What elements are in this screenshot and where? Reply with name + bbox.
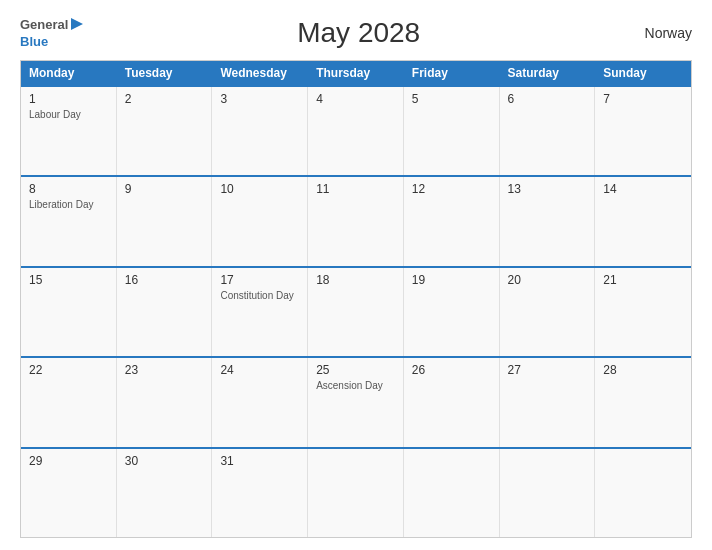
day-number: 14	[603, 182, 683, 196]
day-cell-3-7: 21	[595, 268, 691, 356]
day-number: 21	[603, 273, 683, 287]
day-number: 12	[412, 182, 491, 196]
country-label: Norway	[632, 25, 692, 41]
day-number: 8	[29, 182, 108, 196]
day-number: 3	[220, 92, 299, 106]
day-cell-4-5: 26	[404, 358, 500, 446]
day-number: 27	[508, 363, 587, 377]
day-event: Constitution Day	[220, 289, 299, 302]
calendar-grid: Monday Tuesday Wednesday Thursday Friday…	[20, 60, 692, 538]
day-number: 2	[125, 92, 204, 106]
day-cell-3-3: 17Constitution Day	[212, 268, 308, 356]
day-number: 11	[316, 182, 395, 196]
day-cell-5-6	[500, 449, 596, 537]
day-number: 25	[316, 363, 395, 377]
day-event: Ascension Day	[316, 379, 395, 392]
day-number: 15	[29, 273, 108, 287]
day-cell-1-2: 2	[117, 87, 213, 175]
day-number: 26	[412, 363, 491, 377]
header-friday: Friday	[404, 61, 500, 85]
day-cell-4-6: 27	[500, 358, 596, 446]
day-number: 20	[508, 273, 587, 287]
header-tuesday: Tuesday	[117, 61, 213, 85]
day-cell-4-3: 24	[212, 358, 308, 446]
day-number: 29	[29, 454, 108, 468]
day-number: 22	[29, 363, 108, 377]
day-number: 19	[412, 273, 491, 287]
day-cell-1-7: 7	[595, 87, 691, 175]
day-number: 1	[29, 92, 108, 106]
day-number: 9	[125, 182, 204, 196]
logo: General Blue	[20, 16, 85, 50]
day-cell-3-4: 18	[308, 268, 404, 356]
day-number: 5	[412, 92, 491, 106]
week-5: 293031	[21, 447, 691, 537]
logo-flag-icon	[69, 16, 85, 32]
day-number: 24	[220, 363, 299, 377]
svg-marker-0	[71, 18, 83, 30]
header-sunday: Sunday	[595, 61, 691, 85]
day-cell-5-4	[308, 449, 404, 537]
day-number: 31	[220, 454, 299, 468]
day-cell-5-7	[595, 449, 691, 537]
header-monday: Monday	[21, 61, 117, 85]
header-saturday: Saturday	[500, 61, 596, 85]
day-cell-2-3: 10	[212, 177, 308, 265]
day-event: Labour Day	[29, 108, 108, 121]
week-1: 1Labour Day234567	[21, 85, 691, 175]
day-number: 13	[508, 182, 587, 196]
day-number: 28	[603, 363, 683, 377]
day-cell-1-6: 6	[500, 87, 596, 175]
day-event: Liberation Day	[29, 198, 108, 211]
logo-blue-text: Blue	[20, 34, 48, 49]
day-cell-3-6: 20	[500, 268, 596, 356]
day-cell-4-1: 22	[21, 358, 117, 446]
day-cell-4-7: 28	[595, 358, 691, 446]
day-cell-3-5: 19	[404, 268, 500, 356]
day-cell-2-7: 14	[595, 177, 691, 265]
day-cell-5-1: 29	[21, 449, 117, 537]
day-cell-1-3: 3	[212, 87, 308, 175]
day-number: 18	[316, 273, 395, 287]
day-number: 7	[603, 92, 683, 106]
day-cell-3-2: 16	[117, 268, 213, 356]
day-cell-2-2: 9	[117, 177, 213, 265]
day-cell-2-5: 12	[404, 177, 500, 265]
day-cell-2-6: 13	[500, 177, 596, 265]
day-cell-4-4: 25Ascension Day	[308, 358, 404, 446]
header-thursday: Thursday	[308, 61, 404, 85]
day-number: 6	[508, 92, 587, 106]
week-3: 151617Constitution Day18192021	[21, 266, 691, 356]
header-wednesday: Wednesday	[212, 61, 308, 85]
calendar-body: 1Labour Day2345678Liberation Day91011121…	[21, 85, 691, 537]
day-cell-2-4: 11	[308, 177, 404, 265]
calendar-page: General Blue May 2028 Norway Monday Tues…	[0, 0, 712, 550]
day-cell-5-5	[404, 449, 500, 537]
page-title: May 2028	[85, 17, 632, 49]
logo-general-text: General	[20, 18, 68, 31]
week-2: 8Liberation Day91011121314	[21, 175, 691, 265]
day-cell-5-2: 30	[117, 449, 213, 537]
day-cell-1-5: 5	[404, 87, 500, 175]
day-cell-4-2: 23	[117, 358, 213, 446]
day-cell-5-3: 31	[212, 449, 308, 537]
day-number: 16	[125, 273, 204, 287]
calendar-header: Monday Tuesday Wednesday Thursday Friday…	[21, 61, 691, 85]
day-cell-1-1: 1Labour Day	[21, 87, 117, 175]
day-number: 23	[125, 363, 204, 377]
day-number: 10	[220, 182, 299, 196]
day-cell-1-4: 4	[308, 87, 404, 175]
week-4: 22232425Ascension Day262728	[21, 356, 691, 446]
page-header: General Blue May 2028 Norway	[20, 16, 692, 50]
day-cell-3-1: 15	[21, 268, 117, 356]
day-number: 4	[316, 92, 395, 106]
day-number: 30	[125, 454, 204, 468]
day-cell-2-1: 8Liberation Day	[21, 177, 117, 265]
day-number: 17	[220, 273, 299, 287]
